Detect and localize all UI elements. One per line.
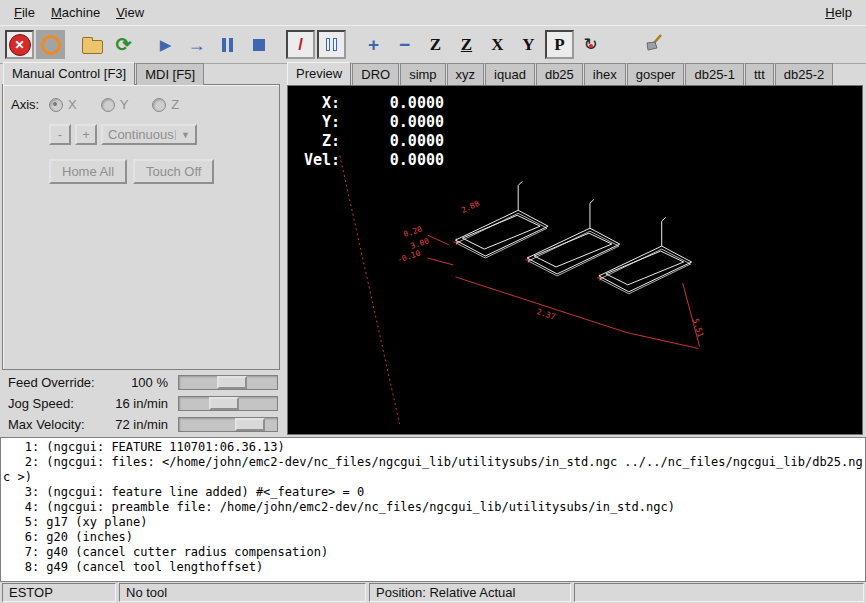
status-spacer — [574, 583, 864, 602]
optional-pause-toggle[interactable] — [317, 30, 346, 59]
tab-dro[interactable]: DRO — [352, 63, 399, 85]
radio-x-icon — [49, 98, 63, 112]
feed-override-value: 100 % — [102, 375, 178, 390]
axis-x-label: X — [68, 97, 77, 112]
view-side-button[interactable]: X — [483, 30, 512, 59]
view-top-rotated-button[interactable]: Z — [452, 30, 481, 59]
axis-radio-z[interactable]: Z — [152, 97, 179, 112]
pause-button[interactable] — [213, 30, 242, 59]
zoom-out-button[interactable]: − — [390, 30, 419, 59]
reload-icon: ⟳ — [116, 35, 132, 54]
tab-ihex[interactable]: ihex — [584, 63, 626, 85]
jog-minus-button[interactable]: - — [49, 124, 71, 145]
readout-z-value: 0.0000 — [340, 132, 444, 151]
menu-view[interactable]: View — [108, 2, 152, 23]
axis-y-label: Y — [120, 97, 129, 112]
gcode-line[interactable]: 6: g20 (inches) — [3, 530, 863, 545]
view-top-rotated-icon: Z — [461, 36, 472, 53]
stop-icon — [253, 39, 265, 51]
view-front-button[interactable]: Y — [514, 30, 543, 59]
run-button[interactable]: ▶ — [151, 30, 180, 59]
clear-plot-button[interactable] — [640, 30, 669, 59]
axis-radio-y[interactable]: Y — [101, 97, 129, 112]
touch-off-button[interactable]: Touch Off — [133, 159, 214, 184]
tab-iquad[interactable]: iquad — [485, 63, 535, 85]
status-machine-state: ESTOP — [2, 583, 116, 602]
gcode-line[interactable]: 5: g17 (xy plane) — [3, 515, 863, 530]
axis-radio-x[interactable]: X — [49, 97, 77, 112]
stop-button[interactable] — [244, 30, 273, 59]
chevron-down-icon: ▼ — [175, 130, 190, 140]
gcode-listing[interactable]: 1: (ngcgui: FEATURE 110701:06.36.13) 2: … — [0, 437, 866, 582]
block-delete-toggle[interactable]: / — [286, 30, 315, 59]
step-button[interactable]: → — [182, 30, 211, 59]
reload-button[interactable]: ⟳ — [109, 30, 138, 59]
dimension-label: 3.00 — [409, 236, 430, 251]
view-perspective-icon: P — [554, 36, 564, 53]
tab-preview[interactable]: Preview — [287, 62, 351, 85]
max-velocity-handle[interactable] — [235, 418, 265, 431]
jog-plus-button[interactable]: + — [75, 124, 97, 145]
toolbar-group-machine: ✕ — [5, 30, 65, 59]
tab-gosper[interactable]: gosper — [627, 63, 685, 85]
axis-label: Axis: — [11, 97, 49, 112]
view-perspective-button[interactable]: P — [545, 30, 574, 59]
open-folder-icon — [82, 40, 103, 54]
tab-xyz[interactable]: xyz — [447, 63, 485, 85]
view-top-button[interactable]: Z — [421, 30, 450, 59]
zoom-in-button[interactable]: + — [359, 30, 388, 59]
readout-z-label: Z: — [298, 132, 340, 151]
jog-speed-slider[interactable] — [178, 396, 278, 411]
power-icon — [41, 35, 61, 55]
home-all-button[interactable]: Home All — [49, 159, 127, 184]
readout-x-label: X: — [298, 94, 340, 113]
estop-icon: ✕ — [9, 34, 31, 56]
jog-speed-row: Jog Speed: 16 in/min — [0, 393, 284, 414]
feed-override-slider[interactable] — [178, 375, 278, 390]
gcode-line[interactable]: 8: g49 (cancel tool lengthoffset) — [3, 560, 863, 575]
toolbar-group-plot — [640, 30, 669, 59]
tab-db25-2[interactable]: db25-2 — [775, 63, 833, 85]
tab-db25-1[interactable]: db25-1 — [685, 63, 743, 85]
jog-speed-handle[interactable] — [209, 397, 239, 410]
gcode-line[interactable]: 1: (ngcgui: FEATURE 110701:06.36.13) — [3, 440, 863, 455]
toolbar-group-run: ▶ → — [151, 30, 273, 59]
feed-override-handle[interactable] — [217, 376, 247, 389]
gcode-line[interactable]: 2: (ngcgui: files: </home/john/emc2-dev/… — [3, 455, 863, 485]
feed-override-label: Feed Override: — [8, 375, 102, 390]
menu-help[interactable]: Help — [817, 2, 860, 23]
tab-db25[interactable]: db25 — [536, 63, 583, 85]
tab-ttt[interactable]: ttt — [745, 63, 774, 85]
rotate-view-button[interactable]: ↻ — [576, 30, 605, 59]
machine-power-button[interactable] — [36, 30, 65, 59]
gcode-line[interactable]: 3: (ngcgui: feature line added) #<_featu… — [3, 485, 863, 500]
gcode-line[interactable]: 4: (ngcgui: preamble file: /home/john/em… — [3, 500, 863, 515]
menu-machine[interactable]: Machine — [43, 2, 108, 23]
gcode-line[interactable]: 7: g40 (cancel cutter radius compensatio… — [3, 545, 863, 560]
preview-toolpath — [455, 181, 691, 293]
jog-mode-select[interactable]: Continuous ▼ — [101, 124, 197, 145]
home-row: Home All Touch Off — [3, 145, 279, 184]
status-tool: No tool — [119, 583, 366, 602]
view-top-icon: Z — [430, 36, 441, 53]
menu-file[interactable]: File — [6, 2, 43, 23]
open-file-button[interactable] — [78, 30, 107, 59]
pause-icon — [222, 38, 233, 52]
optional-pause-icon — [326, 38, 337, 51]
tab-simp[interactable]: simp — [400, 63, 445, 85]
left-tab-bar: Manual Control [F3] MDI [F5] — [0, 62, 284, 85]
toolbar: ✕ ⟳ ▶ → — [0, 25, 866, 64]
max-velocity-slider[interactable] — [178, 417, 278, 432]
run-icon: ▶ — [160, 37, 172, 52]
tab-manual-control[interactable]: Manual Control [F3] — [3, 62, 135, 85]
dimension-label: 0.20 — [402, 224, 423, 239]
estop-button[interactable]: ✕ — [5, 30, 34, 59]
preview-canvas[interactable]: 0.20 3.00 -0.10 2.88 2.37 5.51 — [287, 85, 863, 435]
rotate-view-icon: ↻ — [583, 36, 597, 53]
dimension-label: 2.88 — [460, 199, 481, 215]
readout-vel-value: 0.0000 — [340, 151, 444, 170]
max-velocity-label: Max Velocity: — [8, 417, 102, 432]
slider-stack: Feed Override: 100 % Jog Speed: 16 in/mi… — [0, 372, 284, 435]
tab-mdi[interactable]: MDI [F5] — [136, 63, 204, 85]
axis-window: File Machine View Help ✕ ⟳ ▶ — [0, 0, 866, 603]
